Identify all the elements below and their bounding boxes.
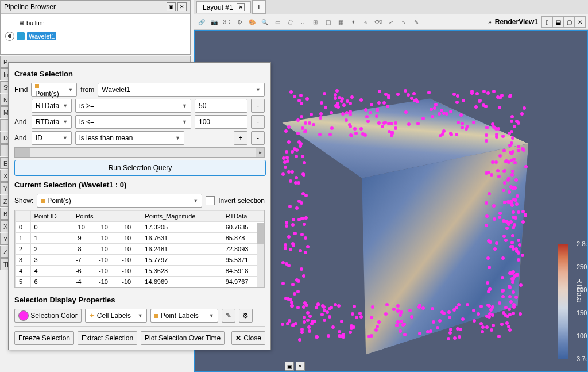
invert-checkbox[interactable] (206, 196, 215, 205)
op-combo[interactable]: is >=▼ (75, 99, 191, 113)
selection-point (470, 91, 474, 95)
selection-point (307, 325, 311, 329)
add-tab-button[interactable]: + (252, 0, 266, 14)
add-row-button[interactable]: + (234, 131, 247, 145)
pipeline-item-wavelet[interactable]: Wavelet1 (5, 30, 185, 42)
maximize-icon[interactable]: ▢ (563, 17, 574, 27)
col-rtdata[interactable]: RTData (222, 211, 264, 222)
selection-point (394, 126, 397, 130)
remove-row-button[interactable]: - (251, 99, 265, 113)
layout-tab-strip: Layout #1 ✕ + (194, 0, 588, 14)
freeze-selection-button[interactable]: Freeze Selection (14, 331, 74, 345)
sel-poly-icon[interactable]: ⬠ (285, 17, 295, 27)
cell-labels-combo[interactable]: ✦Cell Labels▼ (85, 309, 147, 323)
close-button[interactable]: ✕Close (231, 331, 265, 345)
undock-icon[interactable]: ▣ (167, 2, 176, 11)
table-row[interactable]: 00-10-10-1017.320560.7635 (16, 222, 264, 233)
sel-hover-icon[interactable]: ⟐ (361, 17, 371, 27)
camera-icon[interactable]: 📷 (209, 17, 219, 27)
selection-point (510, 120, 513, 123)
and-label: And (14, 134, 28, 142)
remove-row-button[interactable]: - (251, 131, 265, 145)
selection-point (519, 312, 522, 316)
selection-point (303, 223, 306, 226)
sel-clear-icon[interactable]: ⌫ (373, 17, 384, 27)
value-input[interactable]: 100 (195, 115, 247, 129)
split-h-icon[interactable]: ▯ (542, 17, 552, 27)
adjust-icon[interactable]: ⚙ (234, 17, 245, 27)
op-combo[interactable]: is <=▼ (75, 115, 191, 129)
status-close-icon[interactable]: ✕ (296, 362, 305, 371)
cell: 5 (16, 277, 31, 287)
selection-point (341, 112, 345, 116)
sel-block-icon[interactable]: ▦ (335, 17, 346, 27)
render-view-name[interactable]: RenderView1 (495, 18, 538, 26)
tab-close-icon[interactable]: ✕ (237, 3, 245, 11)
run-selection-query-button[interactable]: Run Selection Query (14, 160, 266, 176)
selection-point (481, 330, 484, 333)
sel-points-icon[interactable]: ∴ (297, 17, 308, 27)
sel-interactive-icon[interactable]: ✦ (348, 17, 358, 27)
value-input[interactable]: 50 (195, 99, 247, 113)
close-icon[interactable]: ✕ (177, 2, 187, 11)
v-scrollbar[interactable] (257, 223, 264, 287)
col-point-id[interactable]: Point ID (30, 211, 72, 222)
table-row[interactable]: 56-4-10-1014.696994.9767 (16, 277, 264, 287)
selection-table[interactable]: Point ID Points Points_Magnitude RTData … (14, 210, 265, 288)
col-index[interactable] (16, 211, 31, 222)
selection-point (306, 319, 310, 322)
selection-point (408, 309, 412, 312)
selection-point (472, 309, 475, 312)
selection-point (295, 148, 299, 152)
col-mag[interactable]: Points_Magnitude (141, 211, 222, 222)
zoom-icon[interactable]: 🔍 (260, 17, 270, 27)
from-source-combo[interactable]: Wavelet1▼ (98, 83, 265, 97)
color-legend[interactable]: 2.8e+02 250 200 150 100 3.7e+01 (558, 244, 568, 359)
mode-3d-button[interactable]: 3D (222, 17, 232, 27)
h-scrollbar[interactable]: ◂▸ (14, 147, 265, 158)
wand-icon[interactable]: ✎ (411, 17, 421, 27)
field-combo[interactable]: ID▼ (32, 131, 72, 145)
selection-point (304, 121, 307, 125)
field-combo[interactable]: RTData▼ (32, 115, 72, 129)
point-labels-combo[interactable]: Point Labels▼ (150, 309, 218, 323)
table-row[interactable]: 11-9-10-1016.763185.878 (16, 233, 264, 244)
selection-point (432, 320, 435, 324)
status-icon[interactable]: ▣ (285, 362, 294, 371)
pipeline-root[interactable]: 🖥 builtin: (5, 17, 185, 29)
op-combo[interactable]: is less than mean▼ (75, 131, 184, 145)
col-points[interactable]: Points (72, 211, 141, 222)
table-row[interactable]: 33-7-10-1015.779795.5371 (16, 255, 264, 266)
selection-point (458, 335, 461, 339)
field-combo[interactable]: RTData▼ (32, 99, 72, 113)
table-row[interactable]: 22-8-10-1016.248172.8093 (16, 244, 264, 255)
show-combo[interactable]: Point(s)▼ (37, 194, 202, 208)
table-row[interactable]: 44-6-10-1015.362384.5918 (16, 266, 264, 277)
extract-selection-button[interactable]: Extract Selection (78, 331, 137, 345)
label-settings-button[interactable]: ⚙ (239, 309, 253, 323)
selection-point (418, 332, 421, 335)
label-font-button[interactable]: ✎ (222, 309, 235, 323)
visibility-eye-icon[interactable] (5, 32, 14, 41)
split-v-icon[interactable]: ⬓ (552, 17, 563, 27)
sel-cells-icon[interactable]: ⊞ (310, 17, 320, 27)
plot-over-time-button[interactable]: Plot Selection Over Time (141, 331, 225, 345)
selection-point (300, 217, 304, 220)
link-icon[interactable]: 🔗 (196, 17, 207, 27)
remove-row-button[interactable]: - (251, 115, 265, 129)
layout-tab[interactable]: Layout #1 ✕ (196, 1, 251, 13)
sel-grow-icon[interactable]: ⤢ (386, 17, 396, 27)
selection-color-button[interactable]: Selection Color (14, 309, 82, 323)
find-type-combo[interactable]: Point(s)▼ (31, 83, 77, 97)
selection-point (288, 319, 291, 323)
selection-point (447, 337, 450, 340)
selection-point (345, 118, 348, 122)
sel-shrink-icon[interactable]: ⤡ (399, 17, 409, 27)
sel-frustum-icon[interactable]: ◫ (323, 17, 333, 27)
selection-point (390, 122, 393, 125)
palette-icon[interactable]: 🎨 (247, 17, 257, 27)
sel-rect-icon[interactable]: ▭ (272, 17, 283, 27)
selection-point (456, 94, 459, 98)
selection-point (330, 126, 334, 130)
close-view-icon[interactable]: ✕ (574, 17, 585, 27)
